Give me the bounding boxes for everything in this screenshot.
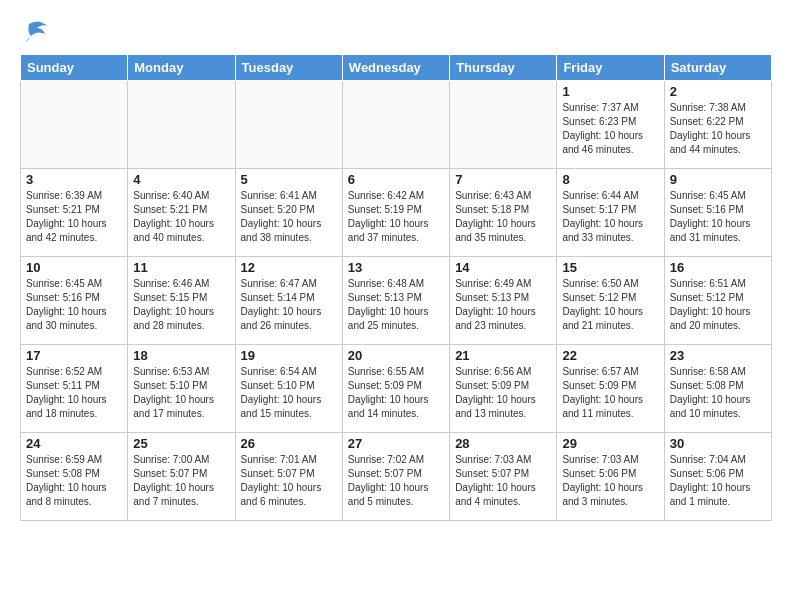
calendar-cell: 9Sunrise: 6:45 AM Sunset: 5:16 PM Daylig… xyxy=(664,169,771,257)
calendar-cell: 12Sunrise: 6:47 AM Sunset: 5:14 PM Dayli… xyxy=(235,257,342,345)
day-info: Sunrise: 6:53 AM Sunset: 5:10 PM Dayligh… xyxy=(133,365,229,421)
calendar-cell: 22Sunrise: 6:57 AM Sunset: 5:09 PM Dayli… xyxy=(557,345,664,433)
day-number: 14 xyxy=(455,260,551,275)
calendar-week-row: 1Sunrise: 7:37 AM Sunset: 6:23 PM Daylig… xyxy=(21,81,772,169)
day-number: 4 xyxy=(133,172,229,187)
calendar-week-row: 24Sunrise: 6:59 AM Sunset: 5:08 PM Dayli… xyxy=(21,433,772,521)
day-number: 23 xyxy=(670,348,766,363)
logo-bird-icon xyxy=(21,18,51,46)
calendar-cell: 28Sunrise: 7:03 AM Sunset: 5:07 PM Dayli… xyxy=(450,433,557,521)
calendar-week-row: 3Sunrise: 6:39 AM Sunset: 5:21 PM Daylig… xyxy=(21,169,772,257)
calendar-cell: 20Sunrise: 6:55 AM Sunset: 5:09 PM Dayli… xyxy=(342,345,449,433)
weekday-header: Thursday xyxy=(450,55,557,81)
calendar-cell: 4Sunrise: 6:40 AM Sunset: 5:21 PM Daylig… xyxy=(128,169,235,257)
calendar-cell: 5Sunrise: 6:41 AM Sunset: 5:20 PM Daylig… xyxy=(235,169,342,257)
weekday-header: Wednesday xyxy=(342,55,449,81)
weekday-header: Saturday xyxy=(664,55,771,81)
calendar-cell: 27Sunrise: 7:02 AM Sunset: 5:07 PM Dayli… xyxy=(342,433,449,521)
day-number: 30 xyxy=(670,436,766,451)
day-number: 18 xyxy=(133,348,229,363)
day-number: 6 xyxy=(348,172,444,187)
calendar-cell: 25Sunrise: 7:00 AM Sunset: 5:07 PM Dayli… xyxy=(128,433,235,521)
day-number: 1 xyxy=(562,84,658,99)
day-info: Sunrise: 7:03 AM Sunset: 5:07 PM Dayligh… xyxy=(455,453,551,509)
day-number: 28 xyxy=(455,436,551,451)
calendar-cell: 30Sunrise: 7:04 AM Sunset: 5:06 PM Dayli… xyxy=(664,433,771,521)
day-number: 29 xyxy=(562,436,658,451)
day-number: 9 xyxy=(670,172,766,187)
calendar-cell: 19Sunrise: 6:54 AM Sunset: 5:10 PM Dayli… xyxy=(235,345,342,433)
day-info: Sunrise: 7:04 AM Sunset: 5:06 PM Dayligh… xyxy=(670,453,766,509)
day-info: Sunrise: 6:43 AM Sunset: 5:18 PM Dayligh… xyxy=(455,189,551,245)
calendar-cell: 29Sunrise: 7:03 AM Sunset: 5:06 PM Dayli… xyxy=(557,433,664,521)
day-number: 21 xyxy=(455,348,551,363)
calendar-cell: 26Sunrise: 7:01 AM Sunset: 5:07 PM Dayli… xyxy=(235,433,342,521)
day-number: 12 xyxy=(241,260,337,275)
calendar-cell: 11Sunrise: 6:46 AM Sunset: 5:15 PM Dayli… xyxy=(128,257,235,345)
day-info: Sunrise: 6:40 AM Sunset: 5:21 PM Dayligh… xyxy=(133,189,229,245)
day-number: 13 xyxy=(348,260,444,275)
header xyxy=(20,16,772,44)
day-info: Sunrise: 6:55 AM Sunset: 5:09 PM Dayligh… xyxy=(348,365,444,421)
day-info: Sunrise: 6:44 AM Sunset: 5:17 PM Dayligh… xyxy=(562,189,658,245)
day-number: 16 xyxy=(670,260,766,275)
day-info: Sunrise: 6:52 AM Sunset: 5:11 PM Dayligh… xyxy=(26,365,122,421)
calendar-cell: 18Sunrise: 6:53 AM Sunset: 5:10 PM Dayli… xyxy=(128,345,235,433)
calendar-cell: 6Sunrise: 6:42 AM Sunset: 5:19 PM Daylig… xyxy=(342,169,449,257)
day-info: Sunrise: 6:47 AM Sunset: 5:14 PM Dayligh… xyxy=(241,277,337,333)
day-info: Sunrise: 6:45 AM Sunset: 5:16 PM Dayligh… xyxy=(670,189,766,245)
day-info: Sunrise: 6:42 AM Sunset: 5:19 PM Dayligh… xyxy=(348,189,444,245)
weekday-header: Friday xyxy=(557,55,664,81)
calendar-cell: 8Sunrise: 6:44 AM Sunset: 5:17 PM Daylig… xyxy=(557,169,664,257)
day-info: Sunrise: 6:50 AM Sunset: 5:12 PM Dayligh… xyxy=(562,277,658,333)
weekday-header: Monday xyxy=(128,55,235,81)
day-number: 2 xyxy=(670,84,766,99)
calendar-cell: 14Sunrise: 6:49 AM Sunset: 5:13 PM Dayli… xyxy=(450,257,557,345)
calendar-cell: 15Sunrise: 6:50 AM Sunset: 5:12 PM Dayli… xyxy=(557,257,664,345)
day-info: Sunrise: 6:54 AM Sunset: 5:10 PM Dayligh… xyxy=(241,365,337,421)
calendar-cell xyxy=(21,81,128,169)
day-info: Sunrise: 6:56 AM Sunset: 5:09 PM Dayligh… xyxy=(455,365,551,421)
day-info: Sunrise: 6:45 AM Sunset: 5:16 PM Dayligh… xyxy=(26,277,122,333)
calendar-cell: 3Sunrise: 6:39 AM Sunset: 5:21 PM Daylig… xyxy=(21,169,128,257)
calendar-cell: 21Sunrise: 6:56 AM Sunset: 5:09 PM Dayli… xyxy=(450,345,557,433)
day-info: Sunrise: 6:59 AM Sunset: 5:08 PM Dayligh… xyxy=(26,453,122,509)
day-info: Sunrise: 6:46 AM Sunset: 5:15 PM Dayligh… xyxy=(133,277,229,333)
day-number: 8 xyxy=(562,172,658,187)
day-number: 24 xyxy=(26,436,122,451)
day-info: Sunrise: 6:49 AM Sunset: 5:13 PM Dayligh… xyxy=(455,277,551,333)
day-info: Sunrise: 6:39 AM Sunset: 5:21 PM Dayligh… xyxy=(26,189,122,245)
calendar-cell: 16Sunrise: 6:51 AM Sunset: 5:12 PM Dayli… xyxy=(664,257,771,345)
day-number: 27 xyxy=(348,436,444,451)
calendar-cell: 7Sunrise: 6:43 AM Sunset: 5:18 PM Daylig… xyxy=(450,169,557,257)
calendar-cell xyxy=(235,81,342,169)
day-number: 19 xyxy=(241,348,337,363)
day-number: 5 xyxy=(241,172,337,187)
calendar-cell xyxy=(342,81,449,169)
day-number: 11 xyxy=(133,260,229,275)
day-info: Sunrise: 7:37 AM Sunset: 6:23 PM Dayligh… xyxy=(562,101,658,157)
day-number: 15 xyxy=(562,260,658,275)
day-info: Sunrise: 7:03 AM Sunset: 5:06 PM Dayligh… xyxy=(562,453,658,509)
calendar-header-row: SundayMondayTuesdayWednesdayThursdayFrid… xyxy=(21,55,772,81)
page-container: SundayMondayTuesdayWednesdayThursdayFrid… xyxy=(0,0,792,531)
calendar-week-row: 17Sunrise: 6:52 AM Sunset: 5:11 PM Dayli… xyxy=(21,345,772,433)
day-info: Sunrise: 7:00 AM Sunset: 5:07 PM Dayligh… xyxy=(133,453,229,509)
calendar-cell: 10Sunrise: 6:45 AM Sunset: 5:16 PM Dayli… xyxy=(21,257,128,345)
calendar-cell: 24Sunrise: 6:59 AM Sunset: 5:08 PM Dayli… xyxy=(21,433,128,521)
day-number: 7 xyxy=(455,172,551,187)
day-info: Sunrise: 7:38 AM Sunset: 6:22 PM Dayligh… xyxy=(670,101,766,157)
day-number: 20 xyxy=(348,348,444,363)
day-number: 22 xyxy=(562,348,658,363)
day-info: Sunrise: 7:01 AM Sunset: 5:07 PM Dayligh… xyxy=(241,453,337,509)
calendar-cell xyxy=(128,81,235,169)
calendar-week-row: 10Sunrise: 6:45 AM Sunset: 5:16 PM Dayli… xyxy=(21,257,772,345)
calendar-table: SundayMondayTuesdayWednesdayThursdayFrid… xyxy=(20,54,772,521)
calendar-cell: 2Sunrise: 7:38 AM Sunset: 6:22 PM Daylig… xyxy=(664,81,771,169)
day-info: Sunrise: 6:51 AM Sunset: 5:12 PM Dayligh… xyxy=(670,277,766,333)
calendar-cell: 1Sunrise: 7:37 AM Sunset: 6:23 PM Daylig… xyxy=(557,81,664,169)
day-info: Sunrise: 6:58 AM Sunset: 5:08 PM Dayligh… xyxy=(670,365,766,421)
day-info: Sunrise: 6:41 AM Sunset: 5:20 PM Dayligh… xyxy=(241,189,337,245)
day-number: 26 xyxy=(241,436,337,451)
day-number: 3 xyxy=(26,172,122,187)
